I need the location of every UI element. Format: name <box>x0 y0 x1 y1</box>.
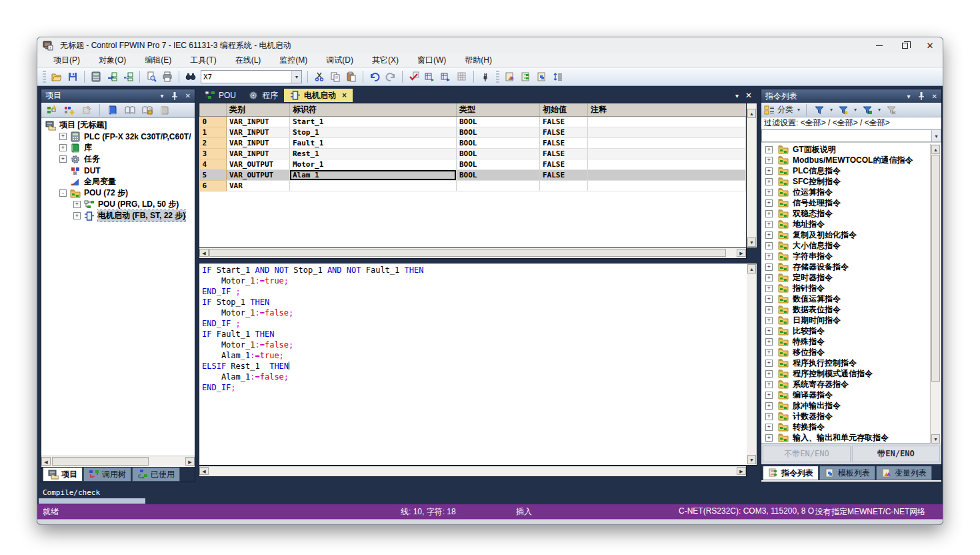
var-type[interactable]: BOOL <box>457 138 540 149</box>
scroll-down-icon[interactable]: ▼ <box>931 434 940 444</box>
pin-icon[interactable] <box>169 91 180 101</box>
var-class[interactable]: VAR_OUTPUT <box>227 170 290 181</box>
expand-icon[interactable]: + <box>59 133 67 140</box>
filter-dropdown-icon[interactable]: ▾ <box>854 107 857 113</box>
var-row-2[interactable]: 2VAR_INPUTFault_1BOOLFALSE <box>200 138 746 149</box>
project-hscrollbar[interactable]: ◀ ▶ <box>41 456 195 467</box>
table-vscrollbar[interactable]: ▲ ▼ <box>747 103 757 248</box>
var-init[interactable]: FALSE <box>540 170 588 181</box>
code-line-9[interactable]: Alam_1:=true; <box>202 350 757 361</box>
instruction-item-16[interactable]: +日期时间指令 <box>761 315 941 326</box>
instruction-item-27[interactable]: +输入、输出和单元存取指令 <box>761 432 941 443</box>
var-rownum[interactable]: 3 <box>200 149 227 159</box>
pou-list-tb-button[interactable] <box>519 69 533 84</box>
var-type[interactable]: BOOL <box>457 149 540 159</box>
var-class[interactable]: VAR_INPUT <box>227 149 290 159</box>
instruction-bottom-tab-0[interactable]: 指令列表 <box>763 466 819 480</box>
instruction-item-9[interactable]: +大小信息指令 <box>761 240 941 251</box>
var-class[interactable]: VAR_INPUT <box>227 127 290 138</box>
expand-icon[interactable]: + <box>765 263 773 271</box>
scroll-right-icon[interactable]: ▶ <box>185 457 195 466</box>
compile-grid-button[interactable] <box>455 69 469 84</box>
minimize-button[interactable] <box>867 37 892 53</box>
menu-item-2[interactable]: 编辑(E) <box>138 53 178 67</box>
menu-item-9[interactable]: 帮助(H) <box>458 53 499 67</box>
code-line-11[interactable]: Alam_1:=false; <box>202 372 757 382</box>
instruction-item-26[interactable]: +转换指令 <box>761 422 941 432</box>
scroll-left-icon[interactable]: ◀ <box>41 457 51 466</box>
scroll-thumb[interactable] <box>52 457 149 466</box>
expand-icon[interactable]: + <box>765 413 773 420</box>
var-rownum[interactable]: 0 <box>200 117 227 127</box>
var-comment[interactable] <box>588 159 746 170</box>
upload-plc-button[interactable] <box>121 69 135 84</box>
var-row-0[interactable]: 0VAR_INPUTStart_1BOOLFALSE <box>200 117 746 127</box>
new-pou-button[interactable] <box>45 103 59 117</box>
funnel-green-button[interactable] <box>860 103 875 117</box>
st-code-editor[interactable]: IF Start_1 AND NOT Stop_1 AND NOT Fault_… <box>199 263 757 466</box>
expand-icon[interactable]: + <box>765 381 773 388</box>
open-button[interactable] <box>49 69 64 84</box>
var-type[interactable]: BOOL <box>457 127 540 138</box>
code-line-4[interactable]: IF Stop_1 THEN <box>202 297 757 308</box>
panel-close-icon[interactable]: ✕ <box>932 93 937 100</box>
book-grey-button[interactable] <box>157 103 172 117</box>
menu-item-4[interactable]: 在线(L) <box>229 53 268 67</box>
menu-item-7[interactable]: 其它(X) <box>365 53 405 67</box>
collapse-icon[interactable]: - <box>59 189 67 197</box>
expand-icon[interactable]: + <box>765 253 773 260</box>
combo-dropdown-icon[interactable]: ▾ <box>931 129 941 142</box>
expand-icon[interactable]: + <box>765 424 773 431</box>
var-init[interactable] <box>540 181 588 191</box>
var-init[interactable]: FALSE <box>540 149 588 159</box>
var-identifier[interactable]: Start_1 <box>290 117 457 127</box>
var-rownum[interactable]: 6 <box>200 181 227 191</box>
var-class[interactable]: VAR_OUTPUT <box>227 159 290 170</box>
compile-all-button[interactable] <box>439 69 453 84</box>
expand-icon[interactable]: + <box>765 274 773 282</box>
tree-item-1[interactable]: +PLC (FP-X 32k C30T/P,C60T/ <box>41 131 195 142</box>
scroll-right-icon[interactable]: ▶ <box>737 249 746 257</box>
instruction-item-18[interactable]: +特殊指令 <box>761 336 941 347</box>
code-line-5[interactable]: Motor_1:=false; <box>202 308 757 318</box>
var-rownum[interactable]: 4 <box>200 159 227 170</box>
combo-dropdown-icon[interactable]: ▾ <box>291 71 301 83</box>
var-col-3[interactable]: 初始值 <box>540 103 588 117</box>
instruction-vscrollbar[interactable]: ▲ ▼ <box>930 144 941 444</box>
pin-icon[interactable] <box>916 91 927 101</box>
var-identifier[interactable]: Motor_1 <box>290 159 457 170</box>
scroll-down-icon[interactable]: ▼ <box>747 455 756 464</box>
code-line-2[interactable]: Motor_1:=true; <box>202 275 757 286</box>
var-row-6[interactable]: 6VAR <box>200 181 746 191</box>
scroll-thumb[interactable] <box>931 155 940 382</box>
scroll-up-icon[interactable]: ▲ <box>747 264 756 273</box>
var-comment[interactable] <box>588 181 746 191</box>
var-init[interactable]: FALSE <box>540 138 588 149</box>
instruction-item-23[interactable]: +编译器指令 <box>761 390 941 400</box>
scroll-left-icon[interactable]: ◀ <box>199 249 209 257</box>
menu-item-5[interactable]: 监控(M) <box>273 53 314 67</box>
del-grey-button[interactable] <box>79 103 94 117</box>
editor-tab-1[interactable]: 程序 <box>242 89 284 102</box>
panel-menu-icon[interactable]: ▾ <box>161 92 164 99</box>
var-comment[interactable] <box>588 138 746 149</box>
expand-icon[interactable]: + <box>765 285 773 292</box>
undo-button[interactable] <box>367 69 382 84</box>
funnel-grey-button[interactable] <box>884 103 899 117</box>
print-preview-button[interactable] <box>144 69 159 84</box>
tree-item-8[interactable]: +电机启动 (FB, ST, 22 步) <box>41 210 195 221</box>
table-hscrollbar[interactable]: ◀ ▶ <box>199 248 747 259</box>
tree-item-5[interactable]: 全局变量 <box>41 176 195 187</box>
var-col-0[interactable]: 类别 <box>227 103 290 117</box>
var-row-5[interactable]: 5VAR_OUTPUTAlam_1BOOLFALSE <box>200 170 746 181</box>
expand-icon[interactable]: + <box>765 178 773 185</box>
var-rownum[interactable]: 5 <box>200 170 227 181</box>
panel-menu-icon[interactable]: ▾ <box>907 93 911 100</box>
instruction-item-21[interactable]: +程序控制模式通信指令 <box>761 368 941 379</box>
var-col-4[interactable]: 注释 <box>588 103 746 117</box>
expand-icon[interactable]: + <box>765 328 773 335</box>
expand-icon[interactable]: + <box>765 167 773 175</box>
var-comment[interactable] <box>588 127 746 138</box>
instruction-item-0[interactable]: +GT面板说明 <box>761 144 941 155</box>
instruction-item-14[interactable]: +数值运算指令 <box>761 294 941 304</box>
